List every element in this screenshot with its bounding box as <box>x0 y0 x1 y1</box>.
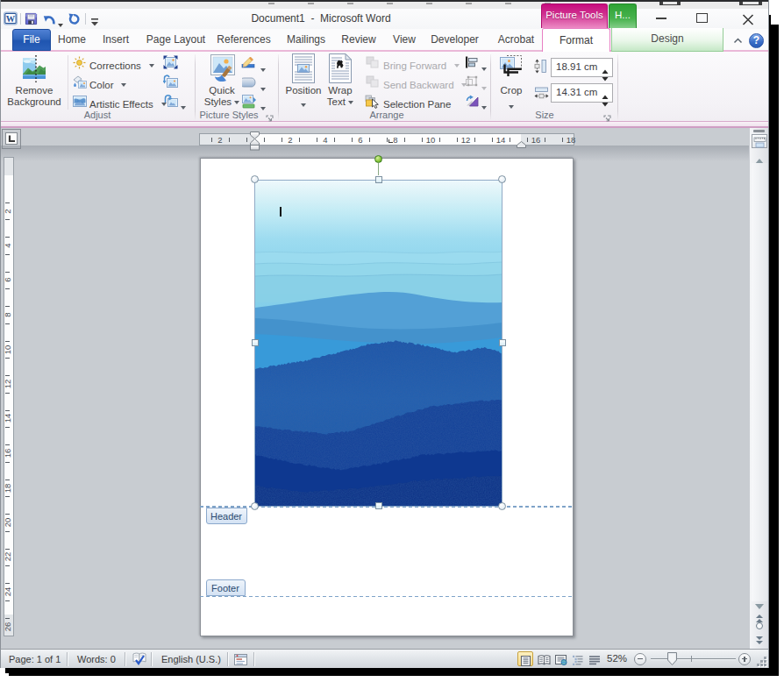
svg-text:W: W <box>6 14 16 24</box>
